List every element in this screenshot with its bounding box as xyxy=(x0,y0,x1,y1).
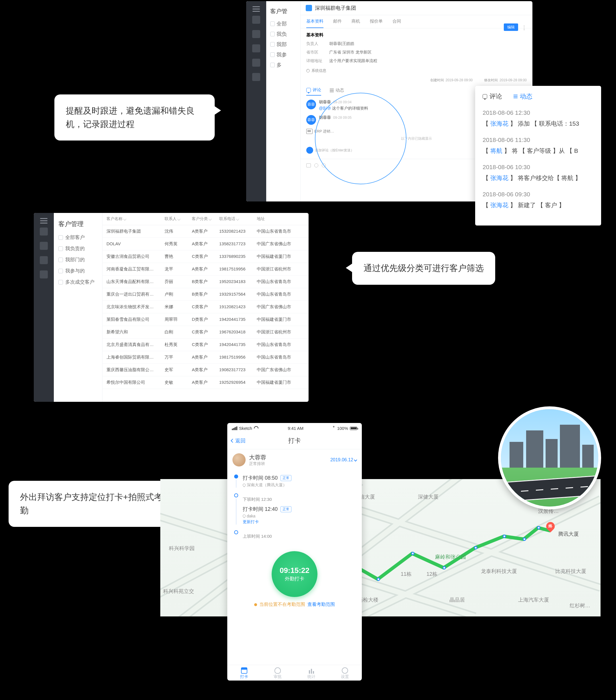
mention-link[interactable]: @彭华 xyxy=(319,106,331,111)
punch-button[interactable]: 09:15:22 外勤打卡 xyxy=(272,551,318,597)
cell: C类客户 xyxy=(192,254,219,259)
route-waypoint xyxy=(474,546,478,549)
filter-item[interactable]: 多 xyxy=(270,62,296,68)
table-row[interactable]: 莱阳春雪食品有限公司周翠羽D类客户19420441735中国福建省厦门市 xyxy=(102,313,309,326)
checkbox-icon xyxy=(58,258,63,262)
tab-quote[interactable]: 报价单 xyxy=(370,15,383,28)
table-row[interactable]: 新希望六和白刚C类客户19676203418中国浙江省杭州市 xyxy=(102,326,309,339)
subtab-comment[interactable]: 评论 xyxy=(306,87,321,96)
cell: 沈伟 xyxy=(164,229,192,234)
rail-item[interactable] xyxy=(252,59,260,67)
cell: 15320821423 xyxy=(219,229,257,234)
activity-item: 2018-08-06 11:30【 将航 】 将 【 客户等级 】从 【 B xyxy=(483,135,594,155)
filter-item[interactable]: 我部门的 xyxy=(58,257,98,263)
mobile-punch-app: Sketch 9:41 AM 100% 返回 打卡 大蓉蓉 正常排班 2019.… xyxy=(227,423,362,680)
tab-opportunity[interactable]: 商机 xyxy=(352,15,360,28)
at-icon[interactable] xyxy=(322,163,326,167)
rail-item[interactable] xyxy=(252,30,260,38)
status-time: 9:41 AM xyxy=(288,426,304,431)
wifi-icon xyxy=(254,426,258,431)
bubble-tail xyxy=(214,106,221,115)
tooltip-priority-filter-text: 通过优先级分类可进行客户筛选 xyxy=(364,263,484,273)
col-class[interactable]: 客户分类 xyxy=(192,216,219,222)
tab-mail[interactable]: 邮件 xyxy=(333,15,342,28)
cell: 中国福建省厦门市 xyxy=(257,254,305,259)
filter-item[interactable]: 我参与的 xyxy=(58,267,98,274)
crm-left-filter: 客户管 全部 我负 我部 我参 多 xyxy=(266,1,300,201)
table-row[interactable]: 北京味浓生物技术开发…米娜C类客户19120821423中国广东省佛山市 xyxy=(102,301,309,313)
cell: 龙平 xyxy=(164,266,192,272)
cell: 19252926954 xyxy=(219,380,257,385)
col-phone[interactable]: 联系电话 xyxy=(219,216,257,222)
menu-icon[interactable] xyxy=(252,9,260,10)
filter-item[interactable]: 我部 xyxy=(270,41,296,48)
view-range-link[interactable]: 查看考勤范围 xyxy=(307,602,335,608)
tab-punch[interactable]: 打卡 xyxy=(227,667,261,679)
cell: 重庆西馨压油脂有限公… xyxy=(107,367,164,373)
date-picker[interactable]: 2019.06.12 xyxy=(330,457,357,462)
tab-settings[interactable]: 设置 xyxy=(328,667,362,679)
filter-item[interactable]: 我负 xyxy=(270,30,296,37)
table-row[interactable]: 安徽古润食品贸易公司曹艳C类客户13376890235中国福建省厦门市 xyxy=(102,250,309,263)
activity-user[interactable]: 张海花 xyxy=(490,202,508,208)
rail-item[interactable] xyxy=(252,16,260,24)
table-row[interactable]: 重庆合一进出口贸易有…卢刚B类客户19329157564中国山东省青岛市 xyxy=(102,288,309,301)
rail-item[interactable] xyxy=(252,45,260,52)
table-row[interactable]: 深圳福群电子集团沈伟A类客户15320821423中国山东省青岛市 xyxy=(102,225,309,238)
more-menu-icon[interactable]: ⋮ xyxy=(521,25,527,31)
rail-item[interactable] xyxy=(40,242,48,250)
filter-item[interactable]: 多次成交客户 xyxy=(58,279,98,285)
activity-tab-activity[interactable]: 动态 xyxy=(514,92,532,103)
cell: 19676203418 xyxy=(219,329,257,335)
tab-approve[interactable]: 审批 xyxy=(261,667,295,679)
tab-basic[interactable]: 基本资料 xyxy=(306,15,323,28)
table-row[interactable]: 河南香凝食品工贸有限…龙平A类客户19817519956中国浙江省杭州市 xyxy=(102,263,309,276)
on-time-label: 上班时间 14:00 xyxy=(243,534,355,539)
map-label: 晶品居 xyxy=(449,596,465,603)
table-row[interactable]: 重庆西馨压油脂有限公…史军A类客户19082317723中国广东省佛山市 xyxy=(102,364,309,376)
route-waypoint xyxy=(411,552,415,555)
menu-icon[interactable] xyxy=(40,220,48,221)
cell: 中国广东省佛山市 xyxy=(257,367,305,373)
tab-contract[interactable]: 合同 xyxy=(392,15,401,28)
user-icon xyxy=(274,667,281,674)
cell: 19120821423 xyxy=(219,304,257,310)
activity-user[interactable]: 将航 xyxy=(490,147,502,154)
tab-stats[interactable]: 统计 xyxy=(295,667,328,679)
system-info-toggle[interactable]: 系统信息 xyxy=(300,65,532,76)
table-row[interactable]: DOLAV何秀英A类客户13582317723中国广东省佛山市 xyxy=(102,238,309,250)
timeline: 打卡时间 08:50正常 深南大道（腾讯大厦） 下班时间 12:30 打卡时间 … xyxy=(227,471,362,546)
cell: 白刚 xyxy=(164,329,192,335)
filter-item[interactable]: 我参 xyxy=(270,51,296,58)
rail-item[interactable] xyxy=(40,227,48,236)
upload-icon[interactable] xyxy=(306,163,311,167)
rail-item[interactable] xyxy=(40,256,48,264)
col-contact[interactable]: 联系人 xyxy=(164,216,192,222)
table-row[interactable]: 北京月盛斋清真食品有…杜秀英C类客户19420441735中国山东省青岛市 xyxy=(102,339,309,351)
back-button[interactable]: 返回 xyxy=(231,437,246,444)
cell: 中国山东省青岛市 xyxy=(257,354,305,360)
activity-user[interactable]: 张海花 xyxy=(490,175,508,181)
crm-list-window: 客户管理 全部客户 我负责的 我部门的 我参与的 多次成交客户 客户名称 联系人… xyxy=(34,213,309,402)
city-illustration-badge xyxy=(498,407,601,509)
table-row[interactable]: 山东天博食品配料有限…乔丽B类客户19520234183中国山东省青岛市 xyxy=(102,276,309,288)
activity-tab-comment[interactable]: 评论 xyxy=(483,92,502,103)
map-label: 比克科技大厦 xyxy=(555,568,586,575)
filter-item[interactable]: 我负责的 xyxy=(58,245,98,252)
table-row[interactable]: 上海睿创国际贸易有限…万平A类客户19817519956中国山东省青岛市 xyxy=(102,351,309,364)
subtab-activity[interactable]: 动态 xyxy=(330,87,344,96)
cell: 中国广东省佛山市 xyxy=(257,304,305,310)
emoji-icon[interactable] xyxy=(314,163,318,167)
edit-button[interactable]: 编辑 xyxy=(504,24,518,31)
activity-user[interactable]: 张海花 xyxy=(490,120,508,127)
chat-icon xyxy=(306,88,311,92)
filter-item[interactable]: 全部 xyxy=(270,20,296,27)
col-addr[interactable]: 地址 xyxy=(257,216,305,222)
rail-item[interactable] xyxy=(40,271,48,278)
cell: 希悦尔中国有限公司 xyxy=(107,380,164,385)
col-name[interactable]: 客户名称 xyxy=(107,216,164,222)
rail-item[interactable] xyxy=(252,73,260,81)
update-punch-link[interactable]: 更新打卡 xyxy=(243,520,259,525)
filter-item[interactable]: 全部客户 xyxy=(58,234,98,241)
table-row[interactable]: 希悦尔中国有限公司史敏A类客户19252926954中国福建省厦门市 xyxy=(102,376,309,389)
